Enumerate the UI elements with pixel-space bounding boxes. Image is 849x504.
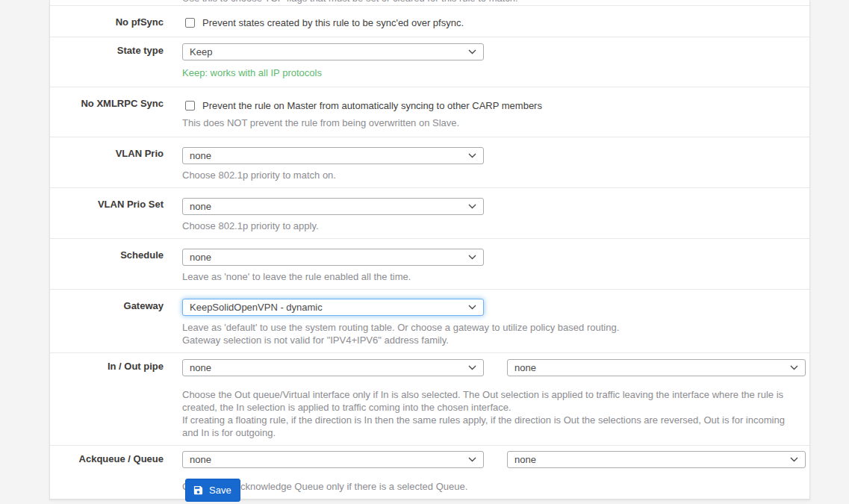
chevron-down-icon (468, 49, 476, 55)
chevron-down-icon (790, 365, 798, 370)
schedule-select-value: none (190, 252, 211, 263)
no-xmlrpc-sync-checkbox-label: Prevent the rule on Master from automati… (202, 99, 542, 112)
state-type-hint: Keep: works with all IP protocols (182, 66, 800, 79)
form-row-vlan-prio: VLAN Prio none Choose 802.1p priority to… (50, 137, 809, 188)
ackqueue-select-value: none (190, 454, 211, 465)
in-out-pipe-help-2: If creating a floating rule, if the dire… (182, 414, 803, 439)
form-row-schedule: Schedule none Leave as 'none' to leave t… (50, 239, 809, 290)
save-button-label: Save (209, 485, 231, 496)
schedule-help: Leave as 'none' to leave the rule enable… (182, 270, 800, 283)
chevron-down-icon (468, 153, 476, 158)
no-xmlrpc-sync-help: This does NOT prevent the rule from bein… (182, 116, 800, 129)
schedule-select[interactable]: none (182, 249, 484, 266)
save-button[interactable]: Save (185, 479, 240, 502)
no-xmlrpc-sync-checkbox[interactable] (185, 101, 195, 111)
field-label-ackqueue-queue: Ackqueue / Queue (50, 446, 172, 499)
tcp-flags-help-text: Use this to choose TCP flags that must b… (182, 0, 518, 4)
vlan-prio-help: Choose 802.1p priority to match on. (182, 169, 800, 181)
field-label-state-type: State type (50, 37, 172, 87)
form-row-no-pfsync: No pfSync Prevent states created by this… (50, 6, 809, 37)
out-pipe-select-value: none (514, 362, 536, 373)
chevron-down-icon (468, 457, 476, 462)
field-label-no-pfsync: No pfSync (50, 6, 172, 37)
no-pfsync-checkbox-label: Prevent states created by this rule to b… (202, 16, 464, 29)
form-row-gateway: Gateway KeepSolidOpenVPN - dynamic Leave… (50, 290, 809, 353)
form-row-tcp-flags-clipped: Use this to choose TCP flags that must b… (50, 0, 809, 6)
vlan-prio-set-select-value: none (190, 201, 211, 212)
field-label-schedule: Schedule (50, 239, 172, 289)
form-row-in-out-pipe: In / Out pipe none none Choose the Out q (50, 353, 809, 446)
gateway-help-1: Leave as 'default' to use the system rou… (182, 321, 800, 334)
field-label-vlan-prio-set: VLAN Prio Set (50, 188, 172, 238)
out-pipe-select[interactable]: none (507, 359, 806, 376)
chevron-down-icon (468, 305, 476, 310)
save-floppy-icon (193, 485, 204, 496)
form-row-ackqueue-queue: Ackqueue / Queue none none Choose the Ac (50, 446, 809, 499)
vlan-prio-select[interactable]: none (182, 147, 484, 164)
no-pfsync-checkbox[interactable] (185, 18, 195, 28)
in-out-pipe-help-1: Choose the Out queue/Virtual interface o… (182, 388, 803, 414)
field-label-vlan-prio: VLAN Prio (50, 137, 172, 187)
gateway-select[interactable]: KeepSolidOpenVPN - dynamic (182, 299, 484, 316)
ackqueue-select[interactable]: none (182, 451, 484, 468)
form-row-no-xmlrpc-sync: No XMLRPC Sync Prevent the rule on Maste… (50, 87, 809, 137)
gateway-help-2: Gateway selection is not valid for "IPV4… (182, 334, 800, 346)
field-label-no-xmlrpc-sync: No XMLRPC Sync (50, 87, 172, 137)
field-label-gateway: Gateway (50, 290, 172, 352)
ackqueue-help: Choose the Acknowledge Queue only if the… (182, 480, 806, 493)
in-pipe-select-value: none (190, 362, 211, 373)
vlan-prio-select-value: none (190, 150, 211, 161)
in-pipe-select[interactable]: none (182, 359, 484, 376)
state-type-select-value: Keep (190, 46, 212, 57)
state-type-select[interactable]: Keep (182, 43, 484, 60)
chevron-down-icon (468, 255, 476, 260)
chevron-down-icon (468, 204, 476, 209)
queue-select[interactable]: none (507, 451, 806, 468)
form-row-state-type: State type Keep Keep: works with all IP … (50, 37, 809, 87)
queue-select-value: none (514, 454, 536, 465)
chevron-down-icon (790, 457, 798, 462)
vlan-prio-set-select[interactable]: none (182, 198, 484, 215)
gateway-select-value: KeepSolidOpenVPN - dynamic (190, 302, 323, 313)
vlan-prio-set-help: Choose 802.1p priority to apply. (182, 220, 800, 232)
form-row-vlan-prio-set: VLAN Prio Set none Choose 802.1p priorit… (50, 188, 809, 239)
field-label-in-out-pipe: In / Out pipe (50, 353, 172, 445)
chevron-down-icon (468, 365, 476, 370)
firewall-rule-form-panel: Use this to choose TCP flags that must b… (49, 0, 810, 500)
